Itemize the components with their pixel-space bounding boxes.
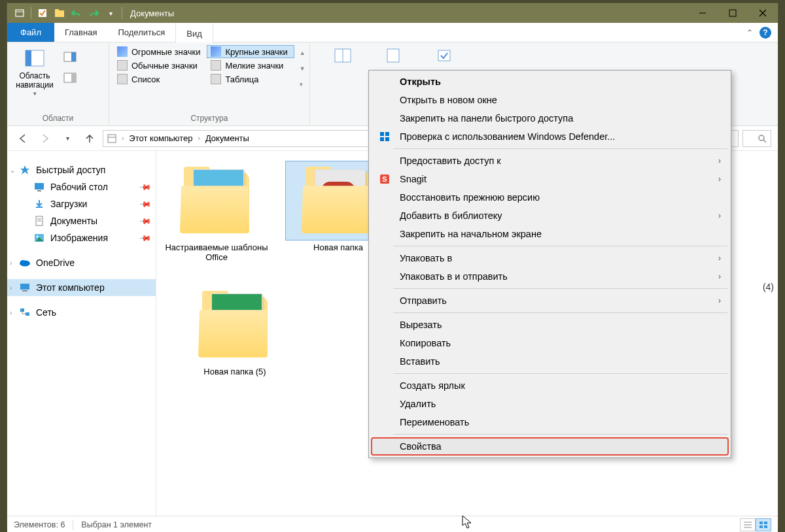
qat-undo-icon[interactable] (68, 5, 85, 21)
help-icon[interactable]: ? (759, 27, 771, 39)
location-icon (106, 133, 118, 144)
sort-by-icon (334, 48, 352, 63)
gallery-more-icon[interactable]: ▾ (300, 81, 305, 88)
cm-defender[interactable]: Проверка с использованием Windows Defend… (371, 127, 729, 146)
tab-share[interactable]: Поделиться (107, 23, 175, 42)
sidebar-item-documents[interactable]: Документы📌 (7, 212, 156, 229)
cm-rename[interactable]: Переименовать (371, 413, 729, 431)
layout-medium[interactable]: Обычные значки (113, 59, 207, 72)
minimize-button[interactable] (688, 3, 718, 23)
pin-icon: 📌 (139, 214, 152, 228)
search-box[interactable] (742, 130, 771, 147)
navigation-pane-button[interactable]: Область навигации ▾ (11, 45, 58, 100)
chevron-right-icon: › (718, 272, 724, 281)
layout-large[interactable]: Крупные значки (207, 45, 294, 58)
breadcrumb-current[interactable]: Документы (204, 133, 251, 143)
svg-rect-48 (380, 132, 384, 136)
cm-snagit[interactable]: SSnagit› (371, 170, 729, 188)
layout-tiles[interactable]: Таблица (207, 73, 294, 86)
svg-rect-37 (20, 308, 24, 312)
preview-pane-button[interactable] (61, 48, 79, 66)
layout-list[interactable]: Список (113, 73, 207, 86)
cm-pin-start[interactable]: Закрепить на начальном экране (371, 225, 729, 243)
cm-pack-send[interactable]: Упаковать в и отправить› (371, 267, 729, 286)
tab-file[interactable]: Файл (7, 23, 54, 42)
sidebar-onedrive[interactable]: › OneDrive (7, 254, 156, 271)
cm-open-new-window[interactable]: Открыть в новом окне (371, 91, 729, 109)
cm-pack[interactable]: Упаковать в› (371, 249, 729, 267)
navigation-sidebar: ⌄ Быстрый доступ Рабочий стол📌 Загрузки📌… (7, 151, 156, 516)
cm-send-to[interactable]: Отправить› (371, 291, 729, 310)
gallery-down-icon[interactable]: ▼ (300, 65, 305, 72)
svg-marker-23 (20, 165, 29, 175)
chevron-right-icon: › (718, 296, 724, 305)
cm-copy[interactable]: Копировать (371, 334, 729, 352)
partial-item-label: (4) (763, 282, 774, 292)
view-details-toggle[interactable] (740, 518, 756, 531)
tab-view[interactable]: Вид (175, 23, 213, 42)
chevron-right-icon: › (718, 211, 724, 220)
pictures-icon (33, 232, 45, 244)
tab-home[interactable]: Главная (54, 23, 107, 42)
onedrive-icon (19, 257, 31, 269)
svg-rect-18 (438, 50, 450, 61)
star-icon (19, 164, 31, 176)
up-button[interactable] (80, 129, 99, 148)
forward-button[interactable] (36, 129, 54, 148)
qat-new-folder-icon[interactable] (51, 5, 68, 21)
maximize-button[interactable] (718, 3, 748, 23)
chevron-right-icon: › (718, 156, 724, 165)
svg-rect-49 (385, 132, 389, 136)
cm-delete[interactable]: Удалить (371, 395, 729, 413)
cm-restore-previous[interactable]: Восстановить прежнюю версию (371, 188, 729, 207)
file-item-new-folder-5[interactable]: Новая папка (5) (183, 286, 287, 376)
snagit-icon: S (379, 173, 391, 185)
back-button[interactable] (14, 129, 32, 148)
svg-rect-12 (71, 52, 76, 61)
pin-icon: 📌 (139, 180, 152, 194)
svg-rect-25 (37, 190, 41, 191)
svg-rect-19 (108, 135, 116, 142)
cm-open[interactable]: Открыть (371, 73, 729, 91)
svg-point-34 (20, 260, 26, 264)
layout-small[interactable]: Мелкие значки (207, 59, 294, 72)
sidebar-item-downloads[interactable]: Загрузки📌 (7, 195, 156, 212)
qat-properties-icon[interactable] (34, 5, 51, 21)
chevron-right-icon: › (718, 254, 724, 263)
svg-rect-14 (71, 73, 76, 82)
sidebar-item-pictures[interactable]: Изображения📌 (7, 229, 156, 246)
details-pane-button[interactable] (61, 69, 79, 87)
chevron-right-icon: › (718, 175, 724, 184)
file-item-templates[interactable]: Настраиваемые шаблоны Office (164, 161, 269, 262)
sidebar-this-pc[interactable]: › Этот компьютер (7, 279, 156, 296)
qat-redo-icon[interactable] (85, 5, 102, 21)
sidebar-item-desktop[interactable]: Рабочий стол📌 (7, 178, 156, 195)
ribbon-collapse-icon[interactable]: ⌃ (746, 28, 753, 37)
svg-text:S: S (382, 175, 387, 183)
cm-share-access[interactable]: Предоставить доступ к› (371, 152, 729, 170)
layout-extra-large[interactable]: Огромные значки (113, 45, 207, 58)
downloads-icon (33, 198, 45, 210)
breadcrumb-root[interactable]: Этот компьютер (128, 133, 194, 143)
layout-gallery[interactable]: Огромные значки Крупные значки Обычные з… (113, 45, 294, 86)
svg-rect-45 (764, 522, 767, 524)
cm-properties[interactable]: Свойства (371, 437, 729, 456)
cm-add-library[interactable]: Добавить в библиотеку› (371, 207, 729, 225)
panes-group-label: Области (11, 112, 105, 124)
cm-cut[interactable]: Вырезать (371, 316, 729, 334)
qat-dropdown-icon[interactable]: ▾ (102, 5, 119, 21)
svg-rect-36 (22, 290, 27, 291)
cm-pin-quick-access[interactable]: Закрепить на панели быстрого доступа (371, 109, 729, 127)
layout-group-label: Структура (113, 112, 305, 124)
sidebar-network[interactable]: › Сеть (7, 304, 156, 321)
window-title: Документы (130, 8, 174, 18)
view-icons-toggle[interactable] (756, 518, 771, 531)
gallery-up-icon[interactable]: ▲ (300, 50, 305, 56)
cm-create-shortcut[interactable]: Создать ярлык (371, 376, 729, 395)
status-bar: Элементов: 6 Выбран 1 элемент (7, 516, 778, 532)
sidebar-quick-access[interactable]: ⌄ Быстрый доступ (7, 161, 156, 178)
close-button[interactable] (748, 3, 778, 23)
documents-icon (33, 215, 45, 227)
recent-dropdown[interactable]: ▾ (58, 129, 77, 148)
cm-paste[interactable]: Вставить (371, 352, 729, 371)
